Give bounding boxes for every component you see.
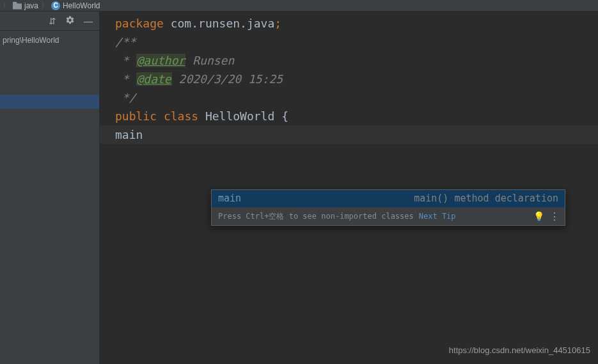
breadcrumb-sep: 〉 (3, 0, 10, 11)
brace-open: { (281, 109, 288, 123)
doc-comment-close: */ (115, 91, 136, 104)
classname: HelloWorld (205, 109, 274, 123)
completion-item-name: main (218, 189, 241, 208)
completion-item[interactable]: main main() method declaration (212, 190, 565, 207)
main-content: ⇵ — pring\HelloWorld package com.runsen.… (0, 12, 598, 364)
package-name: com.runsen.java (164, 17, 274, 30)
breadcrumb-folder[interactable]: java (24, 1, 38, 10)
completion-item-desc: main() method declaration (414, 189, 558, 208)
doc-author-tag: @author (136, 54, 186, 67)
code-line: */ (100, 88, 598, 107)
gear-icon[interactable] (65, 15, 75, 27)
sidebar-selected-row[interactable] (0, 95, 99, 109)
sidebar-tree-item[interactable]: pring\HelloWorld (0, 31, 99, 45)
doc-star: * (115, 72, 136, 86)
more-icon[interactable]: ⋮ (549, 207, 558, 226)
code-line: public class HelloWorld { (100, 107, 598, 125)
doc-date-tag: @date (136, 72, 172, 86)
semicolon: ; (274, 17, 281, 30)
breadcrumb: 〉 java 〉 C HelloWorld (0, 0, 598, 12)
current-input-line[interactable]: main (100, 125, 598, 144)
breadcrumb-file[interactable]: HelloWorld (63, 1, 100, 10)
typed-text: main (115, 128, 143, 141)
lightbulb-icon[interactable]: 💡 (533, 207, 544, 226)
project-sidebar: ⇵ — pring\HelloWorld (0, 12, 100, 364)
keyword-public: public (115, 109, 157, 123)
next-tip-link[interactable]: Next Tip (419, 207, 456, 226)
code-line: * @author Runsen (100, 51, 598, 70)
doc-date-value: 2020/3/20 15:25 (172, 72, 283, 86)
class-icon: C (51, 1, 60, 10)
watermark: https://blog.csdn.net/weixin_44510615 (449, 345, 590, 355)
completion-popup: main main() method declaration Press Ctr… (211, 189, 565, 226)
code-editor[interactable]: package com.runsen.java; /** * @author R… (100, 12, 598, 364)
doc-comment-open: /** (115, 35, 136, 49)
hide-icon[interactable]: — (84, 16, 93, 26)
sidebar-toolbar: ⇵ — (0, 12, 99, 31)
folder-icon (13, 2, 22, 10)
keyword-class: class (164, 109, 198, 123)
hint-text: Press Ctrl+空格 to see non-imported classe… (218, 207, 414, 226)
scroll-from-source-icon[interactable]: ⇵ (49, 16, 56, 26)
doc-star: * (115, 54, 136, 67)
code-line: /** (100, 33, 598, 51)
keyword-package: package (115, 17, 164, 30)
code-line: * @date 2020/3/20 15:25 (100, 70, 598, 88)
doc-author-value: Runsen (185, 54, 234, 67)
breadcrumb-sep: 〉 (41, 0, 49, 11)
code-line: package com.runsen.java; (100, 14, 598, 33)
completion-hint-bar: Press Ctrl+空格 to see non-imported classe… (212, 207, 565, 225)
